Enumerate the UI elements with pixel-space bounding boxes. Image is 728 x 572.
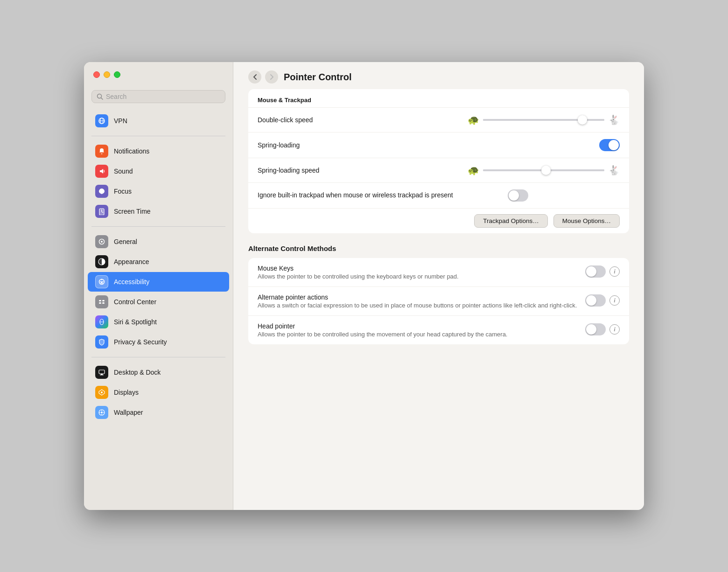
svg-rect-19 xyxy=(99,302,101,304)
double-click-row: Double-click speed 🐢 🐇 xyxy=(248,107,629,132)
alternate-control-card: Mouse Keys Allows the pointer to be cont… xyxy=(248,258,629,344)
search-input[interactable] xyxy=(106,93,220,100)
sidebar-item-label-sound: Sound xyxy=(114,167,133,175)
sidebar-section-4: Desktop & Dock Displays Wallpaper xyxy=(84,360,233,425)
accessibility-icon xyxy=(95,275,108,288)
sidebar-item-notifications[interactable]: Notifications xyxy=(88,141,229,161)
alternate-control-header: Alternate Control Methods xyxy=(248,243,629,258)
sidebar-item-label-siri: Siri & Spotlight xyxy=(114,318,157,326)
alternate-control-section: Alternate Control Methods Mouse Keys All… xyxy=(248,243,629,344)
maximize-button[interactable] xyxy=(114,71,120,78)
sidebar: VPN Notifications Sound F xyxy=(84,62,233,510)
svg-rect-18 xyxy=(102,300,105,301)
alt-pointer-toggle[interactable] xyxy=(585,294,606,307)
page-title: Pointer Control xyxy=(284,72,352,83)
back-button[interactable] xyxy=(248,70,261,84)
focus-icon xyxy=(95,185,108,198)
general-icon xyxy=(95,235,108,248)
alt-pointer-controls: i xyxy=(585,294,620,307)
spring-loading-speed-slider-container: 🐢 🐇 xyxy=(442,165,620,176)
svg-line-1 xyxy=(101,98,103,100)
sidebar-item-displays[interactable]: Displays xyxy=(88,383,229,402)
ignore-trackpad-label: Ignore built-in trackpad when mouse or w… xyxy=(258,191,500,200)
spring-loading-speed-row: Spring-loading speed 🐢 🐇 xyxy=(248,158,629,182)
controlcenter-icon xyxy=(95,295,108,308)
spring-loading-toggle[interactable] xyxy=(599,139,620,151)
traffic-lights xyxy=(93,71,120,78)
screentime-icon xyxy=(95,205,108,218)
minimize-button[interactable] xyxy=(104,71,110,78)
sidebar-item-wallpaper[interactable]: Wallpaper xyxy=(88,403,229,422)
notifications-icon xyxy=(95,145,108,158)
close-button[interactable] xyxy=(93,71,100,78)
head-pointer-label-block: Head pointer Allows the pointer to be co… xyxy=(258,322,578,338)
sidebar-item-label-controlcenter: Control Center xyxy=(114,298,156,306)
spring-loading-row: Spring-loading xyxy=(248,132,629,158)
sidebar-item-label-desktop: Desktop & Dock xyxy=(114,369,161,376)
svg-point-26 xyxy=(101,391,103,393)
double-click-label: Double-click speed xyxy=(258,116,435,124)
double-click-slider-track[interactable] xyxy=(483,119,604,121)
divider-2 xyxy=(91,226,225,227)
sidebar-item-focus[interactable]: Focus xyxy=(88,181,229,201)
mouse-keys-toggle[interactable] xyxy=(585,265,606,278)
main-window: VPN Notifications Sound F xyxy=(84,62,644,510)
sidebar-item-privacy[interactable]: Privacy & Security xyxy=(88,332,229,352)
sidebar-item-vpn[interactable]: VPN xyxy=(88,111,229,131)
sidebar-item-sound[interactable]: Sound xyxy=(88,161,229,181)
mouse-keys-row: Mouse Keys Allows the pointer to be cont… xyxy=(248,258,629,286)
fast-icon-2: 🐇 xyxy=(608,165,620,176)
svg-rect-20 xyxy=(102,302,105,304)
privacy-icon xyxy=(95,335,108,349)
svg-point-9 xyxy=(101,241,103,243)
sidebar-section-top: VPN xyxy=(84,109,233,133)
desktop-icon xyxy=(95,366,108,379)
mouse-trackpad-card: Mouse & Trackpad Double-click speed 🐢 🐇 xyxy=(248,89,629,233)
svg-rect-24 xyxy=(101,374,103,375)
alt-pointer-sub: Allows a switch or facial expression to … xyxy=(258,302,578,309)
sidebar-item-appearance[interactable]: Appearance xyxy=(88,252,229,272)
wallpaper-icon xyxy=(95,406,108,419)
sidebar-item-label-general: General xyxy=(114,238,137,245)
sidebar-section-2: Notifications Sound Focus Screen Time xyxy=(84,139,233,223)
head-pointer-info-button[interactable]: i xyxy=(609,324,620,335)
sidebar-item-label-privacy: Privacy & Security xyxy=(114,338,167,346)
search-box[interactable] xyxy=(91,90,225,103)
svg-rect-25 xyxy=(100,375,104,375)
sidebar-item-desktop[interactable]: Desktop & Dock xyxy=(88,363,229,382)
alt-pointer-label: Alternate pointer actions xyxy=(258,293,578,301)
sidebar-item-label-wallpaper: Wallpaper xyxy=(114,409,143,416)
divider-1 xyxy=(91,136,225,136)
search-icon xyxy=(97,93,103,100)
sidebar-item-accessibility[interactable]: Accessibility xyxy=(88,272,229,292)
ignore-trackpad-toggle[interactable] xyxy=(508,189,528,202)
mouse-keys-label: Mouse Keys xyxy=(258,265,578,272)
head-pointer-toggle[interactable] xyxy=(585,323,606,335)
mouse-keys-info-button[interactable]: i xyxy=(609,266,620,277)
slow-icon-2: 🐢 xyxy=(468,165,479,176)
alt-pointer-label-block: Alternate pointer actions Allows a switc… xyxy=(258,293,578,309)
alt-pointer-info-button[interactable]: i xyxy=(609,295,620,306)
toolbar: Pointer Control xyxy=(233,62,644,89)
ignore-trackpad-row: Ignore built-in trackpad when mouse or w… xyxy=(248,182,629,208)
sidebar-item-label-screentime: Screen Time xyxy=(114,208,151,215)
spring-loading-speed-slider-track[interactable] xyxy=(483,169,604,171)
sidebar-item-siri[interactable]: Siri & Spotlight xyxy=(88,312,229,332)
spring-loading-label: Spring-loading xyxy=(258,141,592,149)
sidebar-item-controlcenter[interactable]: Control Center xyxy=(88,292,229,312)
toggle-knob-2 xyxy=(509,190,519,201)
sidebar-item-screentime[interactable]: Screen Time xyxy=(88,202,229,221)
fast-icon: 🐇 xyxy=(608,114,620,126)
sidebar-item-label-accessibility: Accessibility xyxy=(114,278,149,286)
svg-point-28 xyxy=(101,412,103,413)
mouse-keys-label-block: Mouse Keys Allows the pointer to be cont… xyxy=(258,265,578,280)
main-content: Pointer Control Mouse & Trackpad Double-… xyxy=(233,62,644,510)
toggle-knob-3 xyxy=(586,266,596,277)
forward-button[interactable] xyxy=(265,70,278,84)
sidebar-item-label-notifications: Notifications xyxy=(114,147,149,155)
sidebar-item-general[interactable]: General xyxy=(88,232,229,251)
toggle-knob-5 xyxy=(586,324,596,335)
mouse-options-button[interactable]: Mouse Options… xyxy=(553,214,620,228)
alt-pointer-row: Alternate pointer actions Allows a switc… xyxy=(248,286,629,315)
trackpad-options-button[interactable]: Trackpad Options… xyxy=(474,214,548,228)
